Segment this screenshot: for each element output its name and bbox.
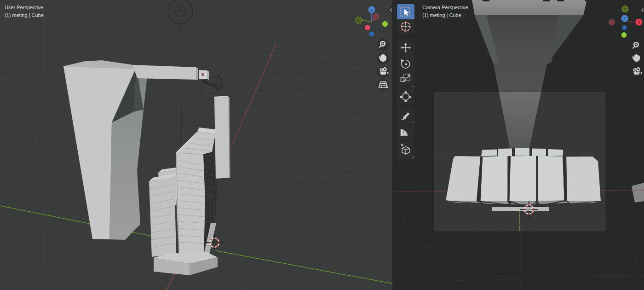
svg-text:Z: Z <box>370 8 373 12</box>
svg-text:Z: Z <box>623 17 626 21</box>
svg-text:(1) meting | Cube: (1) meting | Cube <box>5 12 44 18</box>
svg-text:Y: Y <box>624 7 627 12</box>
svg-text:Camera Perspective: Camera Perspective <box>422 5 468 10</box>
svg-text:(1) meting | Cube: (1) meting | Cube <box>422 12 461 18</box>
svg-text:X: X <box>638 20 640 25</box>
svg-text:User Perspective: User Perspective <box>5 5 43 10</box>
